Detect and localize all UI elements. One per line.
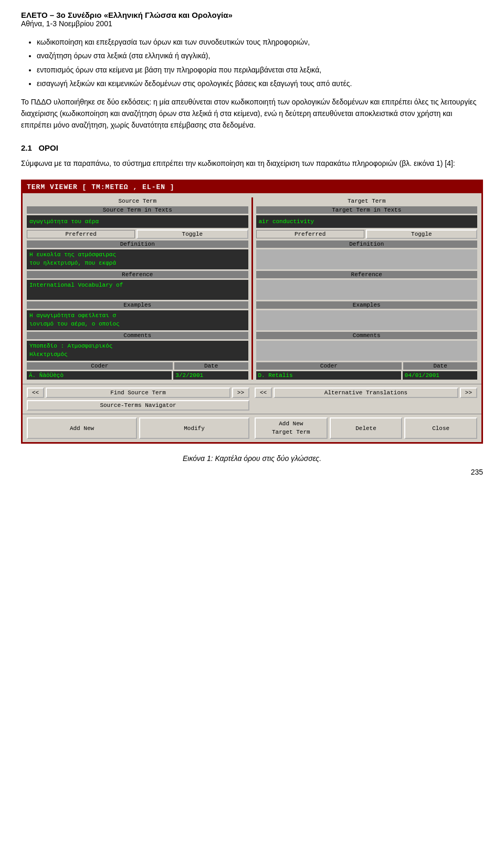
target-column: Target Term Target Term in Texts air con… xyxy=(256,197,478,380)
source-term-label: Source Term xyxy=(27,197,248,205)
header: ΕΛΕΤΟ – 3ο Συνέδριο «Ελληνική Γλώσσα και… xyxy=(21,11,483,28)
target-coder-date-labels: Coder Date xyxy=(256,362,478,370)
figure-caption: Εικόνα 1: Καρτέλα όρου στις δύο γλώσσες. xyxy=(21,454,483,463)
source-date-label: Date xyxy=(174,362,248,370)
left-actions: Add New Modify xyxy=(27,417,249,439)
section-heading: 2.1 ΟΡΟΙ xyxy=(21,142,483,154)
target-date-label: Date xyxy=(403,362,477,370)
target-definition-text[interactable] xyxy=(256,249,478,269)
target-coder-value: D. Retalis xyxy=(256,371,401,380)
target-term-label: Target Term xyxy=(256,197,478,205)
column-divider xyxy=(251,197,253,380)
alt-trans-nav-row: << Alternative Translations >> xyxy=(255,387,477,398)
source-next-button[interactable]: >> xyxy=(232,387,249,398)
paragraph-section2: Σύμφωνα με τα παραπάνω, το σύστημα επιτρ… xyxy=(21,158,483,169)
page-number: 235 xyxy=(21,468,483,476)
source-examples-label: Examples xyxy=(27,301,248,309)
term-viewer-widget: TERM VIEWER [ TM:METΕΩ , EL-EN ] Source … xyxy=(21,180,483,444)
source-comments-text[interactable]: Υποπεδίο : Ατμοσφαιρικός Ηλεκτρισμός xyxy=(27,341,248,361)
bottom-nav-section: << Find Source Term >> Source-Terms Navi… xyxy=(23,384,481,414)
target-reference-label: Reference xyxy=(256,271,478,278)
source-prev-button[interactable]: << xyxy=(27,387,44,398)
source-preferred-row: Preferred Toggle xyxy=(27,229,248,239)
right-actions: Add New Target Term Delete Close xyxy=(255,417,477,439)
bullet-item-3: εντοπισμός όρων στα κείμενα με βάση την … xyxy=(37,64,483,76)
add-new-target-term-button[interactable]: Add New Target Term xyxy=(255,417,328,439)
bullet-list: κωδικοποίηση και επεξεργασία των όρων κα… xyxy=(37,36,483,90)
source-coder-date-labels: Coder Date xyxy=(27,362,248,370)
bullet-item-2: αναζήτηση όρων στα λεξικά (στα ελληνικά … xyxy=(37,50,483,61)
source-definition-text[interactable]: Η ευκολία της ατμόσφαιρας του ηλεκτρισμό… xyxy=(27,249,248,269)
source-date-value: 3/2/2001 xyxy=(173,371,248,380)
target-coder-date-values: D. Retalis 04/01/2001 xyxy=(256,371,478,380)
source-preferred-box: Preferred xyxy=(27,230,135,238)
source-coder-value: Ä. ÑàöÜèçò xyxy=(27,371,172,380)
term-viewer-title: TERM VIEWER [ TM:METΕΩ , EL-EN ] xyxy=(23,181,481,193)
alt-translations-button[interactable]: Alternative Translations xyxy=(274,387,458,398)
target-examples-text[interactable] xyxy=(256,310,478,330)
close-button[interactable]: Close xyxy=(404,417,477,439)
target-next-button[interactable]: >> xyxy=(460,387,477,398)
source-terms-navigator-button[interactable]: Source-Terms Navigator xyxy=(27,400,249,411)
source-definition-label: Definition xyxy=(27,240,248,248)
section-title: ΟΡΟΙ xyxy=(38,143,58,152)
target-definition-label: Definition xyxy=(256,240,478,248)
target-comments-label: Comments xyxy=(256,332,478,339)
source-nav-row: << Find Source Term >> xyxy=(27,387,249,398)
target-comments-text[interactable] xyxy=(256,341,478,361)
target-coder-label: Coder xyxy=(256,362,402,370)
source-examples-text[interactable]: Η αγωγιμότητα οφείλεται σ ιονισμό του αέ… xyxy=(27,310,248,330)
target-toggle-button[interactable]: Toggle xyxy=(366,229,477,239)
target-reference-text[interactable] xyxy=(256,280,478,300)
source-term-in-texts-label: Source Term in Texts xyxy=(27,206,248,214)
source-navigator-row: Source-Terms Navigator xyxy=(27,400,249,411)
bullet-item-1: κωδικοποίηση και επεξεργασία των όρων κα… xyxy=(37,36,483,48)
source-reference-label: Reference xyxy=(27,271,248,278)
source-reference-text[interactable]: International Vocabulary of xyxy=(27,280,248,300)
delete-button[interactable]: Delete xyxy=(330,417,403,439)
section-number: 2.1 xyxy=(21,143,32,152)
action-buttons-row: Add New Modify Add New Target Term Delet… xyxy=(23,414,481,442)
target-term-in-texts-label: Target Term in Texts xyxy=(256,206,478,214)
source-coder-label: Coder xyxy=(27,362,173,370)
source-toggle-button[interactable]: Toggle xyxy=(136,229,248,239)
target-date-value: 04/01/2001 xyxy=(403,371,477,380)
find-source-term-button[interactable]: Find Source Term xyxy=(46,387,230,398)
bullet-item-4: εισαγωγή λεξικών και κειμενικών δεδομένω… xyxy=(37,78,483,89)
bottom-left-col: << Find Source Term >> Source-Terms Navi… xyxy=(27,387,249,411)
modify-button[interactable]: Modify xyxy=(139,417,249,439)
header-subtitle: Αθήνα, 1-3 Νοεμβρίου 2001 xyxy=(21,19,483,28)
source-coder-date-values: Ä. ÑàöÜèçò 3/2/2001 xyxy=(27,371,248,380)
target-term-field[interactable]: air conductivity xyxy=(256,215,478,228)
target-preferred-row: Preferred Toggle xyxy=(256,229,478,239)
target-examples-label: Examples xyxy=(256,301,478,309)
bottom-right-col: << Alternative Translations >> xyxy=(255,387,477,411)
header-title: ΕΛΕΤΟ – 3ο Συνέδριο «Ελληνική Γλώσσα και… xyxy=(21,11,483,19)
target-preferred-box: Preferred xyxy=(256,230,364,238)
source-column: Source Term Source Term in Texts αγωγιμό… xyxy=(27,197,248,380)
add-new-button[interactable]: Add New xyxy=(27,417,137,439)
target-prev-button[interactable]: << xyxy=(255,387,272,398)
paragraph-pddo: Το ΠΔΔΟ υλοποιήθηκε σε δύο εκδόσεις: η μ… xyxy=(21,96,483,131)
source-comments-label: Comments xyxy=(27,332,248,339)
source-term-field[interactable]: αγωγιμότητα του αέρα xyxy=(27,215,248,228)
